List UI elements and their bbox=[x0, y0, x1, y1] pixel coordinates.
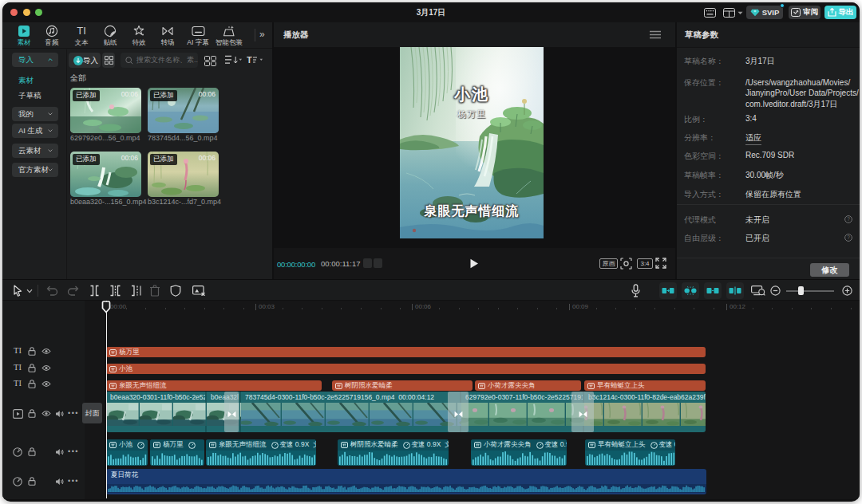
svg-text:?: ? bbox=[847, 234, 850, 240]
svg-text:?: ? bbox=[847, 216, 850, 222]
svg-text:T: T bbox=[247, 55, 252, 65]
